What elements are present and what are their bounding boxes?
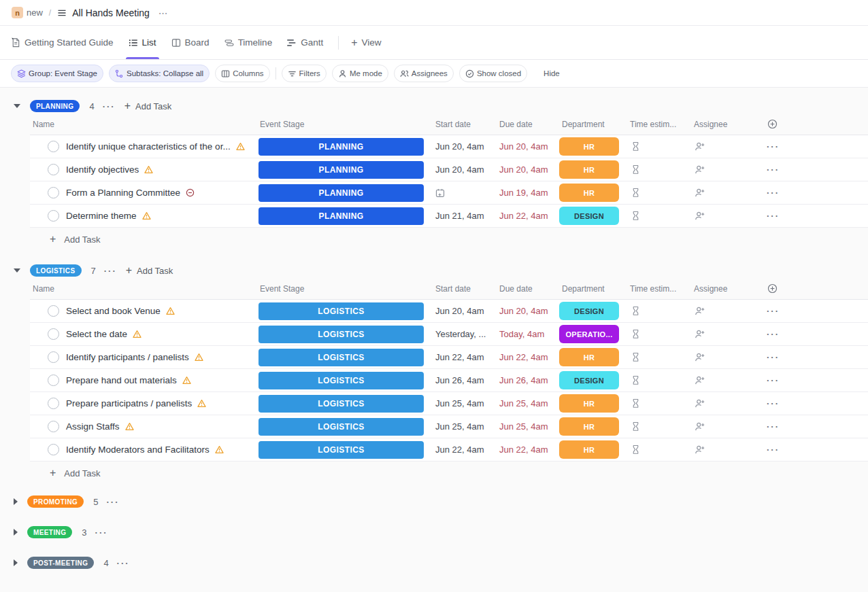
start-date-cell[interactable]: Jun 20, 4am <box>429 300 493 322</box>
department-cell[interactable]: HR <box>557 392 623 415</box>
task-menu-dots[interactable]: ··· <box>755 369 868 391</box>
event-stage-badge[interactable]: LOGISTICS <box>258 372 424 389</box>
due-date-cell[interactable]: Jun 20, 4am <box>493 300 557 322</box>
task-name[interactable]: Identify objectives <box>66 164 139 175</box>
page-title[interactable]: All Hands Meeting <box>72 7 150 18</box>
event-stage-cell[interactable]: LOGISTICS <box>258 323 429 345</box>
group-name-badge[interactable]: PROMOTING <box>27 495 84 508</box>
column-header-due-date[interactable]: Due date <box>493 120 557 129</box>
group-menu-dots[interactable]: ··· <box>117 558 130 568</box>
column-add-button[interactable] <box>755 283 868 294</box>
task-status-checkbox[interactable] <box>48 210 59 222</box>
task-status-checkbox[interactable] <box>48 328 59 340</box>
task-status-checkbox[interactable] <box>48 305 59 317</box>
tab-board[interactable]: Board <box>171 26 210 59</box>
column-header-department[interactable]: Department <box>557 120 623 129</box>
task-status-checkbox[interactable] <box>48 164 59 175</box>
event-stage-cell[interactable]: PLANNING <box>258 135 429 158</box>
subtasks-pill[interactable]: Subtasks: Collapse all <box>109 65 210 82</box>
start-date-cell[interactable]: Yesterday, ... <box>429 323 493 345</box>
time-estimate-cell[interactable] <box>623 135 688 158</box>
task-status-checkbox[interactable] <box>48 187 59 198</box>
column-header-name[interactable]: Name <box>30 120 258 129</box>
column-header-department[interactable]: Department <box>557 284 623 294</box>
time-estimate-cell[interactable] <box>623 438 688 461</box>
due-date-cell[interactable]: Jun 25, 4am <box>493 392 557 415</box>
event-stage-cell[interactable]: LOGISTICS <box>258 300 429 322</box>
department-cell[interactable]: HR <box>557 438 623 461</box>
event-stage-badge[interactable]: PLANNING <box>258 207 424 225</box>
column-add-button[interactable] <box>755 119 868 129</box>
assignee-cell[interactable] <box>688 300 755 322</box>
assignee-cell[interactable] <box>688 369 755 391</box>
column-header-start-date[interactable]: Start date <box>429 120 493 129</box>
due-date-cell[interactable]: Jun 20, 4am <box>493 158 557 181</box>
event-stage-badge[interactable]: LOGISTICS <box>258 395 424 413</box>
task-menu-dots[interactable]: ··· <box>755 205 868 227</box>
column-header-event-stage[interactable]: Event Stage <box>258 120 429 129</box>
department-badge[interactable]: DESIGN <box>559 207 619 225</box>
time-estimate-cell[interactable] <box>623 392 688 415</box>
department-badge[interactable]: HR <box>559 440 619 459</box>
chevron-right-icon[interactable] <box>14 559 18 566</box>
column-header-assignee[interactable]: Assignee <box>688 284 755 294</box>
department-cell[interactable]: HR <box>557 181 623 204</box>
task-menu-dots[interactable]: ··· <box>755 415 868 438</box>
time-estimate-cell[interactable] <box>623 323 688 345</box>
group-menu-dots[interactable]: ··· <box>95 527 108 538</box>
department-cell[interactable]: HR <box>557 346 623 368</box>
group-name-badge[interactable]: LOGISTICS <box>30 264 82 277</box>
task-name[interactable]: Identify participants / panelists <box>66 352 189 362</box>
group-name-badge[interactable]: PLANNING <box>30 100 80 112</box>
task-menu-dots[interactable]: ··· <box>755 158 868 181</box>
due-date-cell[interactable]: Jun 20, 4am <box>493 135 557 158</box>
breadcrumb-workspace[interactable]: new <box>27 7 43 18</box>
event-stage-cell[interactable]: PLANNING <box>258 205 429 227</box>
due-date-cell[interactable]: Today, 4am <box>493 323 557 345</box>
tab-getting-started-guide[interactable]: Getting Started Guide <box>11 26 114 59</box>
task-name[interactable]: Identify unique characteristics of the o… <box>66 141 231 152</box>
group-add-task-button[interactable]: +Add Task <box>124 100 172 112</box>
department-badge[interactable]: HR <box>559 417 619 436</box>
time-estimate-cell[interactable] <box>623 415 688 438</box>
group-menu-dots[interactable]: ··· <box>107 497 120 507</box>
assignees-button[interactable]: Assignees <box>394 65 454 82</box>
department-badge[interactable]: OPERATIO... <box>559 325 619 343</box>
due-date-cell[interactable]: Jun 19, 4am <box>493 181 557 204</box>
department-cell[interactable]: HR <box>557 415 623 438</box>
time-estimate-cell[interactable] <box>623 369 688 391</box>
show-closed-button[interactable]: Show closed <box>459 65 527 82</box>
start-date-cell[interactable]: Jun 22, 4am <box>429 438 493 461</box>
group-menu-dots[interactable]: ··· <box>103 101 116 111</box>
department-badge[interactable]: DESIGN <box>559 302 619 320</box>
due-date-cell[interactable]: Jun 26, 4am <box>493 369 557 391</box>
event-stage-badge[interactable]: LOGISTICS <box>258 326 424 343</box>
task-name[interactable]: Assign Staffs <box>66 421 120 432</box>
task-menu-dots[interactable]: ··· <box>755 300 868 322</box>
event-stage-cell[interactable]: PLANNING <box>258 181 429 204</box>
start-date-cell[interactable]: Jun 25, 4am <box>429 392 493 415</box>
column-header-assignee[interactable]: Assignee <box>688 120 755 129</box>
start-date-cell[interactable]: Jun 26, 4am <box>429 369 493 391</box>
task-name[interactable]: Form a Planning Committee <box>66 188 180 198</box>
task-status-checkbox[interactable] <box>48 444 59 455</box>
group-by-pill[interactable]: Group: Event Stage <box>11 65 103 82</box>
time-estimate-cell[interactable] <box>623 300 688 322</box>
task-menu-dots[interactable]: ··· <box>755 346 868 368</box>
task-menu-dots[interactable]: ··· <box>755 135 868 158</box>
tab-gantt[interactable]: Gantt <box>287 26 323 59</box>
task-name[interactable]: Prepare hand out materials <box>66 375 177 385</box>
event-stage-badge[interactable]: LOGISTICS <box>258 302 424 320</box>
chevron-down-icon[interactable] <box>14 104 20 108</box>
time-estimate-cell[interactable] <box>623 346 688 368</box>
event-stage-badge[interactable]: PLANNING <box>258 184 424 202</box>
group-menu-dots[interactable]: ··· <box>104 266 117 276</box>
event-stage-cell[interactable]: LOGISTICS <box>258 438 429 461</box>
start-date-cell[interactable]: Jun 21, 4am <box>429 205 493 227</box>
department-badge[interactable]: HR <box>559 394 619 413</box>
event-stage-badge[interactable]: LOGISTICS <box>258 418 424 436</box>
breadcrumb-more-dots[interactable]: ⋯ <box>158 7 169 18</box>
task-name[interactable]: Identify Moderators and Facilitators <box>66 445 210 455</box>
start-date-cell[interactable] <box>429 181 493 204</box>
column-header-name[interactable]: Name <box>30 284 258 294</box>
